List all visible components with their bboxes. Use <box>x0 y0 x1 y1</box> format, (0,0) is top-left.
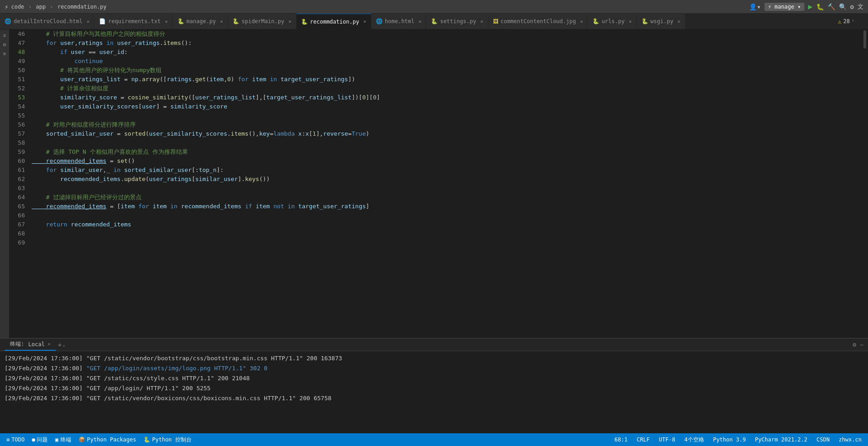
log-timestamp-5: [29/Feb/2024 17:36:00] <box>5 395 83 402</box>
manage-dropdown[interactable]: ⚡ manage ▾ <box>764 3 804 11</box>
tab-close-urls[interactable]: × <box>629 19 632 25</box>
py-file-icon: 🐍 <box>301 19 308 25</box>
activity-icon-3[interactable]: ⊕ <box>2 50 7 58</box>
sb-item-todo[interactable]: ≡ TODO <box>5 436 26 443</box>
tab-close-wsgi[interactable]: × <box>677 19 681 25</box>
code-scroll-area[interactable]: 46 47 48 49 50 51 52 53 54 55 56 57 <box>9 29 862 338</box>
tab-manage[interactable]: 🐍 manage.py × <box>173 14 228 29</box>
terminal-add-btn[interactable]: + <box>58 341 61 348</box>
app-root: ⚡ code › app › recommdation.py 👤▾ ⚡ mana… <box>0 0 868 446</box>
sb-item-crlf[interactable]: CRLF <box>635 436 651 443</box>
ln-61: 61 <box>14 166 25 175</box>
log-timestamp-2: [29/Feb/2024 17:36:00] <box>5 365 83 372</box>
ln-62: 62 <box>14 175 25 184</box>
sb-item-zhwx[interactable]: zhwx.cn <box>837 436 863 443</box>
tab-close-requirements[interactable]: × <box>165 19 168 25</box>
tab-close-recommdation[interactable]: × <box>363 19 366 25</box>
tab-close-settings[interactable]: × <box>480 19 483 25</box>
tab-settings[interactable]: 🐍 settings.py × <box>426 14 488 29</box>
terminal-panel: 终端: Local × + ⌄ ⚙ — [29/Feb/2024 17:36:0… <box>0 338 868 433</box>
ln-48: 48 <box>14 48 25 57</box>
tab-close-home[interactable]: × <box>419 19 422 25</box>
log-text-2: "GET /app/login/assets/img/logo.png HTTP… <box>86 365 267 372</box>
sb-item-encoding[interactable]: UTF-8 <box>657 436 677 443</box>
warnings-chevron[interactable]: ⌃ <box>852 19 854 24</box>
log-text-1: "GET /static/vendor/bootstrap/css/bootst… <box>86 355 342 362</box>
tab-close-detailIntroCloud[interactable]: × <box>87 19 90 25</box>
ln-64: 64 <box>14 193 25 202</box>
code-line-51: user_ratings_list = np.array([ratings.ge… <box>32 75 862 84</box>
sb-item-python-packages[interactable]: 📦 Python Packages <box>77 436 138 443</box>
code-line-48: if user == user_id: <box>32 48 862 57</box>
run-icon[interactable]: ▶ <box>808 2 813 11</box>
settings-icon[interactable]: ⚙ <box>850 3 854 10</box>
terminal-maximize-icon[interactable]: — <box>860 341 863 348</box>
ln-54: 54 <box>14 102 25 111</box>
tab-close-spiderMain[interactable]: × <box>288 19 291 25</box>
tab-label: requirements.txt <box>108 18 161 25</box>
account-icon[interactable]: 👤▾ <box>749 3 760 10</box>
ln-49: 49 <box>14 57 25 66</box>
tab-wsgi[interactable]: 🐍 wsgi.py × <box>637 14 686 29</box>
sb-item-issues[interactable]: ● 问题 <box>30 436 49 444</box>
ln-52: 52 <box>14 84 25 93</box>
terminal-status-label: 终端 <box>60 436 71 444</box>
line-numbers: 46 47 48 49 50 51 52 53 54 55 56 57 <box>9 29 30 338</box>
tab-commentContent[interactable]: 🖼 commentContentCloud.jpg × <box>488 14 588 29</box>
tab-recommdation[interactable]: 🐍 recommdation.py × <box>296 14 371 29</box>
activity-icon-2[interactable]: ⊞ <box>2 41 7 49</box>
build-icon[interactable]: 🔨 <box>828 3 835 10</box>
sb-item-line-col[interactable]: 68:1 <box>613 436 630 443</box>
tab-home[interactable]: 🌐 home.html × <box>371 14 427 29</box>
status-bar: ≡ TODO ● 问题 ▣ 终端 📦 Python Packages 🐍 <box>0 433 868 446</box>
terminal-sublabel: Local <box>28 341 44 348</box>
editor-scrollbar[interactable] <box>862 29 868 338</box>
log-line-4: [29/Feb/2024 17:36:00] "GET /app/login/ … <box>5 383 863 393</box>
code-line-57: sorted_similar_user = sorted(user_simila… <box>32 129 862 138</box>
code-line-64: # 过滤掉目标用户已经评分过的景点 <box>32 193 862 202</box>
workspace: ≡ ⊞ ⊕ 46 47 48 49 50 51 <box>0 29 868 446</box>
csdn-label: CSDN <box>817 436 830 443</box>
sb-item-python-console[interactable]: 🐍 Python 控制台 <box>142 436 193 444</box>
tab-requirements[interactable]: 📄 requirements.txt × <box>94 14 173 29</box>
terminal-tab-local[interactable]: 终端: Local × <box>5 338 56 351</box>
python-packages-label: Python Packages <box>87 436 136 443</box>
terminal-close-btn[interactable]: × <box>48 342 50 347</box>
code-line-54: user_similarity_scores[user] = similarit… <box>32 102 862 111</box>
ln-59: 59 <box>14 147 25 157</box>
pycharm-ver-label: PyCharm 2021.2.2 <box>755 436 808 443</box>
code-line-46: # 计算目标用户与其他用户之间的相似度得分 <box>32 29 862 39</box>
zhwx-label: zhwx.cn <box>838 436 862 443</box>
tab-bar: 🌐 detailIntroCloud.html × 📄 requirements… <box>0 14 868 29</box>
tab-label: spiderMain.py <box>242 18 284 25</box>
py-file-icon: 🐍 <box>431 18 438 25</box>
tab-urls[interactable]: 🐍 urls.py × <box>588 14 636 29</box>
todo-label: TODO <box>11 436 25 443</box>
code-lines: # 计算目标用户与其他用户之间的相似度得分 for user,ratings i… <box>30 29 862 338</box>
todo-icon: ≡ <box>6 436 10 443</box>
sb-item-terminal[interactable]: ▣ 终端 <box>53 436 73 444</box>
tab-spiderMain[interactable]: 🐍 spiderMain.py × <box>228 14 296 29</box>
code-line-61: for similar_user,_ in sorted_similar_use… <box>32 166 862 175</box>
ln-46: 46 <box>14 29 25 39</box>
sb-item-pycharm-ver[interactable]: PyCharm 2021.2.2 <box>753 436 809 443</box>
code-line-60: recommended_items = set() <box>32 157 862 166</box>
terminal-dropdown-btn[interactable]: ⌄ <box>63 342 65 347</box>
tab-close-commentContent[interactable]: × <box>580 19 583 25</box>
activity-icon-1[interactable]: ≡ <box>2 32 7 39</box>
search-icon[interactable]: 🔍 <box>839 3 847 10</box>
sb-item-spaces[interactable]: 4个空格 <box>682 436 705 444</box>
translate-icon[interactable]: 文 <box>858 3 863 11</box>
log-timestamp-4: [29/Feb/2024 17:36:00] <box>5 385 83 392</box>
code-editor[interactable]: 46 47 48 49 50 51 52 53 54 55 56 57 <box>9 29 868 338</box>
scroll-thumb[interactable] <box>863 30 866 49</box>
tab-close-manage[interactable]: × <box>220 19 223 25</box>
log-line-5: [29/Feb/2024 17:36:00] "GET /static/vend… <box>5 393 863 403</box>
tab-detailIntroCloud[interactable]: 🌐 detailIntroCloud.html × <box>0 14 94 29</box>
debug-icon[interactable]: 🐛 <box>816 3 824 10</box>
sb-item-csdn[interactable]: CSDN <box>815 436 832 443</box>
terminal-settings-icon[interactable]: ⚙ <box>853 341 856 348</box>
sb-item-python-ver[interactable]: Python 3.9 <box>711 436 748 443</box>
python-console-icon: 🐍 <box>143 436 150 443</box>
jpg-file-icon: 🖼 <box>493 18 498 25</box>
